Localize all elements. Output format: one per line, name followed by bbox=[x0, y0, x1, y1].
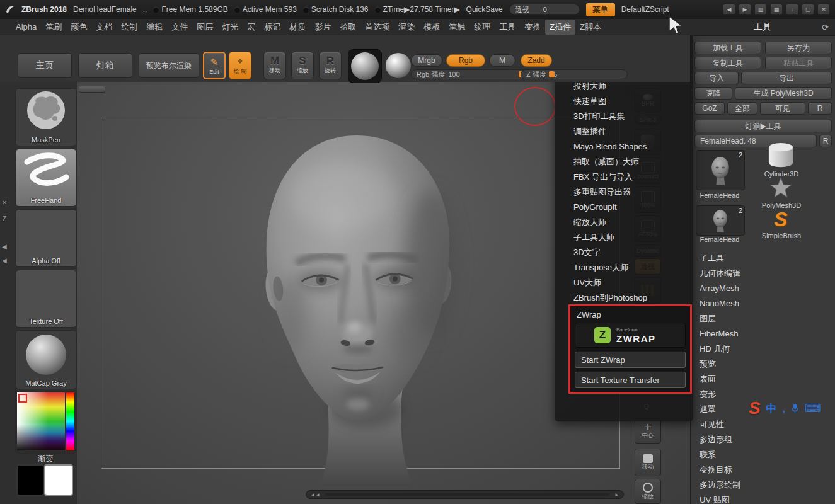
menu-macro[interactable]: 宏 bbox=[243, 20, 260, 35]
mrgb-button[interactable]: Mrgb bbox=[411, 54, 442, 67]
memory-icon[interactable]: ▦ bbox=[770, 4, 783, 15]
current-texture-well[interactable]: Texture Off bbox=[15, 270, 77, 328]
menu-render[interactable]: 渲染 bbox=[394, 20, 419, 35]
menu-alpha[interactable]: Alpha bbox=[11, 20, 41, 33]
hue-strip[interactable] bbox=[66, 392, 74, 450]
zscript-name[interactable]: DefaultZScript bbox=[621, 5, 669, 14]
import-button[interactable]: 导入 bbox=[694, 72, 739, 84]
current-brush-well[interactable]: MaskPen bbox=[15, 88, 77, 146]
section-layers[interactable]: 图层 bbox=[691, 311, 835, 326]
menu-draw[interactable]: 绘制 bbox=[117, 20, 142, 35]
section-fibermesh[interactable]: FiberMesh bbox=[691, 326, 835, 341]
scale-mode-button[interactable]: S 缩放 bbox=[291, 52, 314, 79]
tray-close-icon[interactable]: ✕ bbox=[2, 199, 7, 206]
section-subtool[interactable]: 子工具 bbox=[691, 251, 835, 266]
primary-color-swatch[interactable] bbox=[44, 464, 73, 496]
zoom-canvas-button[interactable]: 缩放 bbox=[635, 479, 661, 504]
section-polygroups[interactable]: 多边形组 bbox=[691, 432, 835, 447]
ime-punct-icon[interactable]: , bbox=[783, 403, 785, 414]
horizontal-scrollbar[interactable]: ◄◄ ► bbox=[306, 490, 624, 499]
perspective-slider[interactable]: 透视 0 bbox=[509, 4, 580, 15]
subtool-simplebrush[interactable]: S bbox=[760, 208, 802, 231]
current-stroke-well[interactable]: FreeHand bbox=[15, 149, 77, 207]
edit-mode-button[interactable]: ✎ Edit bbox=[203, 52, 226, 79]
section-uv-map[interactable]: UV 贴图 bbox=[691, 493, 835, 504]
menu-picker[interactable]: 拾取 bbox=[335, 20, 360, 35]
start-texture-transfer-button[interactable]: Start Texture Transfer bbox=[575, 372, 686, 388]
m-button[interactable]: M bbox=[489, 54, 515, 67]
ime-lang-indicator[interactable]: 中 bbox=[766, 401, 777, 416]
export-button[interactable]: 导出 bbox=[741, 72, 832, 84]
section-surface[interactable]: 表面 bbox=[691, 372, 835, 387]
refresh-icon[interactable]: ⟳ bbox=[822, 23, 829, 32]
menu-marker[interactable]: 标记 bbox=[260, 20, 285, 35]
menu-button[interactable]: 菜单 bbox=[586, 3, 615, 16]
r-button[interactable]: R bbox=[808, 102, 832, 115]
tray-collapse-icon[interactable]: ◀ bbox=[2, 243, 7, 250]
movie-icon[interactable]: ▥ bbox=[754, 4, 767, 15]
sculpt-head-model[interactable] bbox=[227, 102, 487, 488]
menu-edit[interactable]: 编辑 bbox=[142, 20, 167, 35]
rgb-intensity-slider[interactable]: Rgb 强度 100 bbox=[411, 69, 527, 79]
plugin-zbrush-to-photoshop[interactable]: ZBrush到Photoshop bbox=[555, 290, 693, 306]
menu-zscript[interactable]: Z脚本 bbox=[575, 20, 606, 35]
load-tool-button[interactable]: 加载工具 bbox=[694, 42, 761, 54]
restore-window-icon[interactable]: ▢ bbox=[802, 4, 814, 15]
menu-file[interactable]: 文件 bbox=[167, 20, 192, 35]
color-picker[interactable] bbox=[15, 391, 77, 454]
plugin-adjust[interactable]: 调整插件 bbox=[555, 124, 693, 139]
section-contact[interactable]: 联系 bbox=[691, 447, 835, 462]
keyboard-icon[interactable]: ⌨ bbox=[805, 401, 821, 415]
menu-material[interactable]: 材质 bbox=[285, 20, 310, 35]
secondary-color-swatch[interactable] bbox=[16, 464, 44, 496]
canvas-divider-handle[interactable] bbox=[79, 86, 105, 93]
z-intensity-slider[interactable]: Z 强度 25 bbox=[521, 69, 628, 79]
section-morph-target[interactable]: 变换目标 bbox=[691, 462, 835, 478]
volume-left-icon[interactable]: ◀ bbox=[723, 4, 735, 15]
scroll-track[interactable] bbox=[325, 493, 609, 496]
goz-visible-button[interactable]: 可见 bbox=[760, 102, 805, 115]
sogou-logo-icon[interactable]: S bbox=[749, 398, 761, 418]
menu-stencil[interactable]: 模板 bbox=[419, 20, 444, 35]
move-mode-button[interactable]: M 移动 bbox=[263, 52, 286, 79]
plugin-3d-text[interactable]: 3D文字 bbox=[555, 245, 693, 260]
home-page-button[interactable]: 主页 bbox=[18, 53, 72, 78]
rgb-button[interactable]: Rgb bbox=[446, 54, 485, 67]
rotate-mode-button[interactable]: R 旋转 bbox=[319, 52, 342, 79]
section-visibility[interactable]: 可见性 bbox=[691, 417, 835, 432]
plugin-transpose-master[interactable]: Transpose大师 bbox=[555, 260, 693, 275]
menu-movie[interactable]: 影片 bbox=[310, 20, 335, 35]
preview-boolean-button[interactable]: 预览布尔渲染 bbox=[139, 53, 199, 78]
section-hd-geometry[interactable]: HD 几何 bbox=[691, 341, 835, 357]
menu-transform[interactable]: 变换 bbox=[520, 20, 545, 35]
local-center-button[interactable]: ✛ 中心 bbox=[635, 418, 661, 444]
scroll-left-icon[interactable]: ◄◄ bbox=[310, 492, 320, 498]
current-material-well-side[interactable]: MatCap Gray bbox=[15, 330, 77, 389]
move-canvas-button[interactable]: 移动 bbox=[635, 449, 661, 476]
plugin-subtool-master[interactable]: 子工具大师 bbox=[555, 230, 693, 245]
menu-brush[interactable]: 笔刷 bbox=[41, 20, 66, 35]
plugin-quicksketch[interactable]: 快速草图 bbox=[555, 94, 693, 109]
lightbox-button[interactable]: 灯箱 bbox=[78, 53, 132, 78]
goz-button[interactable]: GoZ bbox=[694, 102, 725, 115]
subtool-polymesh3d[interactable] bbox=[760, 176, 802, 200]
z-intensity-handle[interactable] bbox=[549, 71, 555, 77]
subtool-femalehead-1[interactable]: 2 bbox=[696, 150, 745, 190]
plugin-uv-master[interactable]: UV大师 bbox=[555, 275, 693, 290]
section-nanomesh[interactable]: NanoMesh bbox=[691, 296, 835, 311]
plugin-3d-print-hub[interactable]: 3D打印工具集 bbox=[555, 109, 693, 124]
mic-icon[interactable] bbox=[791, 403, 799, 414]
menu-stroke[interactable]: 笔触 bbox=[444, 20, 469, 35]
plugin-decimation-master[interactable]: 抽取（减面）大师 bbox=[555, 154, 693, 169]
make-polymesh3d-button[interactable]: 生成 PolyMesh3D bbox=[735, 87, 832, 100]
section-arraymesh[interactable]: ArrayMesh bbox=[691, 281, 835, 296]
menu-tool[interactable]: 工具 bbox=[495, 20, 520, 35]
volume-right-icon[interactable]: ▶ bbox=[739, 4, 751, 15]
draw-mode-button[interactable]: ⌖ 绘 制 bbox=[229, 52, 251, 79]
menu-color[interactable]: 颜色 bbox=[66, 20, 91, 35]
subtool-cylinder3d[interactable] bbox=[760, 142, 802, 169]
menu-zplugin[interactable]: Z插件 bbox=[545, 20, 575, 35]
plugin-fbx-import-export[interactable]: FBX 导出与导入 bbox=[555, 169, 693, 185]
copy-tool-button[interactable]: 复制工具 bbox=[694, 57, 761, 69]
close-window-icon[interactable]: ✕ bbox=[817, 4, 830, 15]
